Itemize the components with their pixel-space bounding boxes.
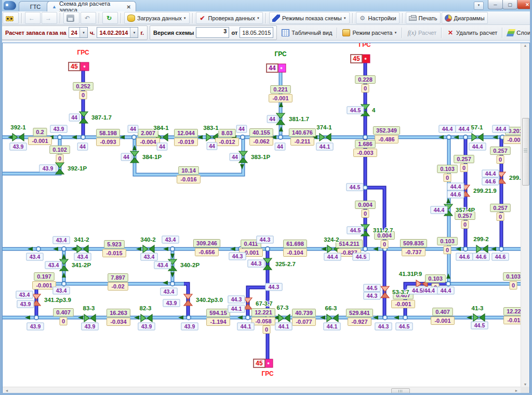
pipe-node[interactable] [463, 135, 468, 139]
tab-close-icon[interactable]: ✕ [127, 4, 131, 10]
pressure-label: 43.4 [16, 291, 33, 298]
flow-value-box[interactable]: 352.349-0.486 [373, 127, 400, 143]
print-button[interactable]: Печать [406, 12, 441, 24]
pipe-node[interactable] [81, 135, 85, 139]
pipe-node[interactable] [34, 315, 38, 320]
version-input[interactable]: 3 [196, 27, 229, 38]
valve[interactable] [472, 134, 483, 141]
check-data-button[interactable]: ✔Проверка данных▼ [196, 12, 263, 24]
toolbar-options-dropdown[interactable]: ▼ [474, 2, 484, 10]
version-date-input[interactable]: 18.05.2015 [240, 30, 273, 36]
pipe-node[interactable] [62, 282, 66, 286]
display-modes-button[interactable]: Режимы показа схемы▼ [269, 12, 350, 24]
maximize-button[interactable]: ▢ [502, 0, 517, 9]
grs-station[interactable]: 45ГРС [69, 49, 89, 71]
back-button[interactable]: ← [25, 12, 41, 24]
hours-combo[interactable]: 24 ▼ [69, 27, 88, 38]
pipe-node[interactable] [36, 247, 41, 251]
svg-text:-0.001: -0.001 [395, 301, 411, 307]
pipe-node[interactable] [499, 247, 503, 251]
pipe-node[interactable] [278, 135, 283, 139]
calc-mode-button[interactable]: Режим расчета▼ [340, 27, 400, 38]
valve-name: 66-3 [325, 305, 337, 311]
svg-text:0.257: 0.257 [457, 156, 471, 162]
flow-value-box[interactable]: 0.1030 [503, 273, 521, 289]
pipe-node[interactable] [62, 247, 66, 251]
pipe-node[interactable] [241, 135, 245, 139]
load-data-button[interactable]: Загрузка данных▼ [124, 12, 190, 24]
svg-text:-0.001: -0.001 [507, 137, 521, 143]
svg-text:8.03: 8.03 [221, 130, 232, 136]
pipe-node[interactable] [132, 135, 136, 139]
svg-text:44.6: 44.6 [459, 254, 470, 260]
valve[interactable] [77, 245, 88, 253]
svg-text:44.4: 44.4 [442, 126, 453, 132]
forward-button[interactable]: → [42, 12, 57, 24]
scroll-down-icon[interactable]: ▼ [521, 383, 529, 386]
layers-button[interactable]: Слои [505, 27, 532, 38]
pipe-node[interactable] [265, 247, 270, 251]
undo-button[interactable]: ↶ [81, 12, 96, 24]
date-combo[interactable]: 14.02.2014 ▼ [97, 27, 138, 38]
pipe-node[interactable] [446, 282, 450, 286]
valve-name: 341-2 [74, 236, 89, 243]
valve-name: 67-3 [276, 305, 288, 311]
pipe-node[interactable] [463, 247, 468, 251]
pipe-node[interactable] [363, 247, 367, 251]
grs-station[interactable]: 45ГРС [351, 43, 371, 63]
pipe-node[interactable] [187, 315, 191, 320]
table-view-button[interactable]: Табличный вид [279, 27, 335, 38]
chevron-down-icon[interactable]: ▼ [79, 28, 87, 37]
valve[interactable] [320, 134, 331, 141]
valve[interactable] [327, 314, 338, 322]
pressure-label: 44.5 [471, 322, 488, 329]
scroll-up-icon[interactable]: ▲ [521, 44, 529, 47]
flow-value-box[interactable]: 0.197-0.001 [33, 273, 56, 289]
calc-button[interactable]: f(x)Расчет [405, 27, 439, 38]
pipe-node[interactable] [170, 282, 175, 286]
vertical-scrollbar[interactable]: ▲ ▼ [521, 43, 529, 387]
delete-calc-button[interactable]: ✕Удалить расчет [444, 27, 500, 38]
valve[interactable] [84, 314, 96, 322]
valve[interactable] [473, 314, 485, 321]
grs-station[interactable]: 44ГРС [267, 50, 287, 72]
svg-text:44.4: 44.4 [441, 287, 451, 294]
valve[interactable] [278, 314, 290, 322]
pipe-node[interactable] [403, 315, 407, 320]
minimize-button[interactable]: ─ [488, 0, 503, 9]
pipe-node[interactable] [170, 247, 175, 251]
chevron-down-icon[interactable]: ▼ [130, 28, 138, 37]
valve-name: 392-1 [10, 124, 26, 130]
svg-text:43.9: 43.9 [20, 301, 31, 307]
grs-station[interactable]: 45ГРС [254, 359, 274, 377]
scroll-left-icon[interactable]: ◄ [3, 389, 10, 392]
refresh-button[interactable]: ↻ [102, 12, 118, 24]
diagrams-button[interactable]: Диаграммы [442, 12, 488, 24]
pipe-node[interactable] [58, 135, 62, 139]
pipe-node[interactable] [447, 135, 451, 139]
flow-value-box[interactable]: 0 [263, 326, 270, 334]
valve[interactable] [12, 134, 24, 141]
horizontal-scroll-thumb[interactable] [391, 388, 410, 394]
pressure-label: 44.5 [347, 227, 364, 234]
svg-text:44.5: 44.5 [474, 322, 485, 328]
pipe-node[interactable] [363, 186, 367, 190]
valve[interactable] [476, 245, 488, 253]
pipe-node[interactable] [363, 135, 367, 139]
vertical-scroll-thumb[interactable] [522, 118, 529, 186]
valve-name: 82-3 [139, 305, 151, 311]
tab-schema[interactable]: ▲ Схема для расчета запаса ✕ [47, 1, 136, 12]
settings-button[interactable]: ⚙Настройки [356, 12, 400, 24]
schema-canvas[interactable]: 0.25200.2-0.00158.198-0.0930.10202.007-0… [2, 43, 530, 395]
pressure-label: 44 [230, 153, 240, 161]
horizontal-scrollbar[interactable]: ◄ ► [3, 387, 521, 394]
pipe-node[interactable] [383, 315, 387, 320]
valve[interactable] [141, 314, 152, 322]
valve[interactable] [143, 245, 154, 253]
scroll-right-icon[interactable]: ► [513, 389, 520, 392]
pipe-node[interactable] [246, 315, 250, 320]
save-button[interactable] [63, 12, 79, 24]
close-button[interactable]: ✕ [517, 0, 532, 9]
svg-text:43.4: 43.4 [157, 262, 168, 268]
search-button[interactable] [3, 12, 19, 24]
